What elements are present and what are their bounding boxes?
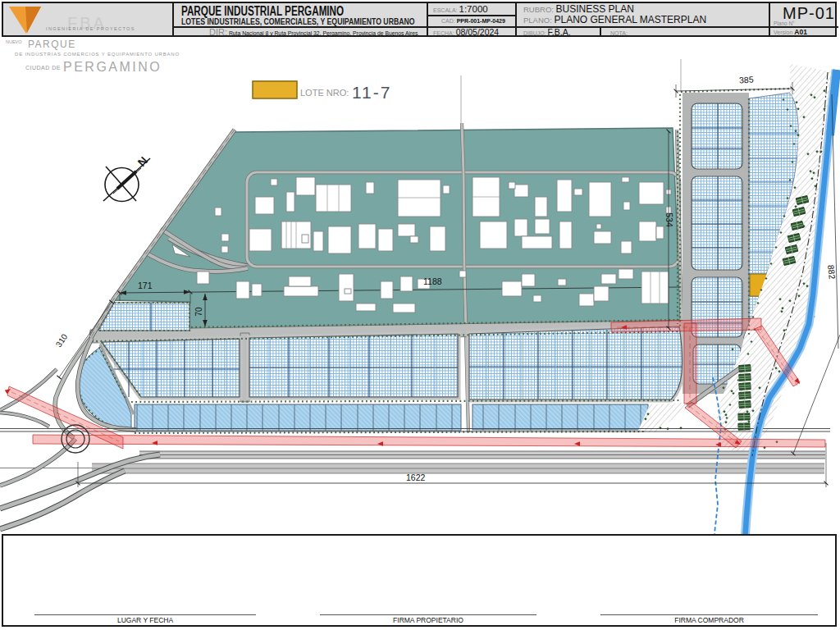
svg-text:385: 385 xyxy=(739,75,754,85)
svg-text:882: 882 xyxy=(826,264,838,280)
svg-text:534: 534 xyxy=(664,212,674,227)
svg-text:1188: 1188 xyxy=(423,276,442,286)
svg-text:171: 171 xyxy=(138,281,153,290)
svg-text:1622: 1622 xyxy=(406,472,426,482)
svg-text:LOTE NRO:: LOTE NRO: xyxy=(300,88,349,98)
svg-text:INGENIERIA DE PROYECTOS: INGENIERIA DE PROYECTOS xyxy=(46,26,135,31)
svg-text:11-7: 11-7 xyxy=(352,83,391,102)
svg-text:70: 70 xyxy=(194,307,203,317)
